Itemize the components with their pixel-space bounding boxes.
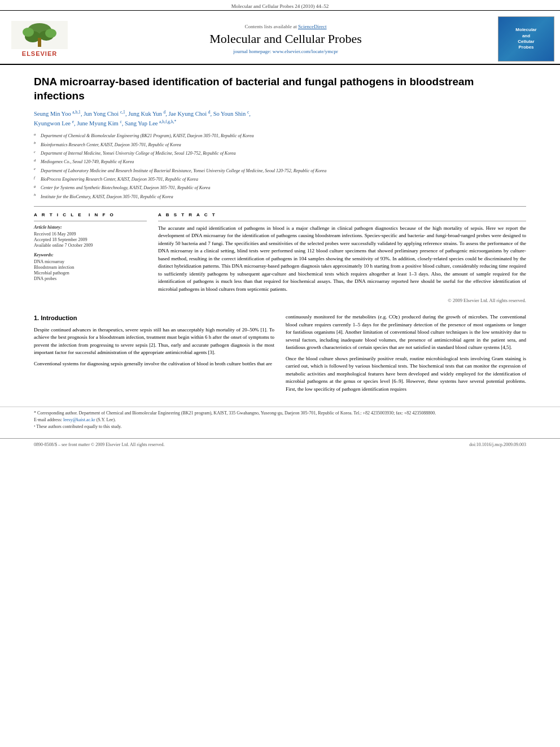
keyword-2: Bloodstream infection: [34, 265, 147, 270]
history-title: Article history:: [34, 225, 147, 230]
affil-d: d Mediogenex Co., Seoul 120-749, Republi…: [34, 158, 526, 165]
affil-e: e Department of Laboratory Medicine and …: [34, 166, 526, 174]
journal-title: Molecular and Cellular Probes: [209, 32, 361, 46]
authors-line: Seung Min Yoo a,b,1, Jun Yong Choi c,1, …: [34, 108, 526, 128]
article-info-abstract: A R T I C L E I N F O Article history: R…: [34, 212, 526, 304]
affil-b: b Bioinformatics Research Center, KAIST,…: [34, 140, 526, 148]
body-para-3: continuously monitored for the metabolit…: [286, 313, 526, 352]
available-date: Available online 7 October 2009: [34, 243, 147, 248]
article-title: DNA microarray-based identification of b…: [34, 75, 526, 103]
received-date: Received 16 May 2009: [34, 231, 147, 237]
section-1-title: 1. Introduction: [34, 313, 274, 323]
footer-issn: 0890-8508/$ – see front matter © 2009 El…: [34, 442, 165, 447]
body-column-right: continuously monitored for the metabolit…: [286, 313, 526, 396]
publisher-logo-area: ELSEVIER: [0, 14, 79, 64]
elsevier-tree-icon: [11, 21, 68, 49]
corresponding-footnote: * Corresponding author. Department of Ch…: [34, 410, 526, 416]
footer-doi: doi:10.1016/j.mcp.2009.09.003: [469, 442, 526, 447]
footnotes: * Corresponding author. Department of Ch…: [0, 407, 560, 429]
journal-title-area: Contents lists available at ScienceDirec…: [79, 14, 492, 64]
keyword-3: Microbial pathogen: [34, 270, 147, 276]
affil-a: a Department of Chemical & Biomolecular …: [34, 132, 526, 139]
affil-c: c Department of Internal Medicine, Yonse…: [34, 149, 526, 157]
article-info-column: A R T I C L E I N F O Article history: R…: [34, 212, 147, 304]
journal-header: ELSEVIER Contents lists available at Sci…: [0, 11, 560, 65]
sciencedirect-text[interactable]: ScienceDirect: [298, 24, 326, 29]
info-divider: [34, 221, 147, 221]
main-content: DNA microarray-based identification of b…: [0, 65, 560, 407]
authors-text: Seung Min Yoo a,b,1, Jun Yong Choi c,1, …: [34, 111, 251, 126]
sciencedirect-link[interactable]: Contents lists available at ScienceDirec…: [245, 24, 327, 29]
journal-ref: Molecular and Cellular Probes 24 (2010) …: [231, 3, 329, 9]
email-footnote: E-mail address: leesy@kaist.ac.kr (S.Y. …: [34, 417, 526, 422]
accepted-date: Accepted 18 September 2009: [34, 237, 147, 242]
article-info-header: A R T I C L E I N F O: [34, 212, 147, 217]
affil-f: f BioProcess Engineering Research Center…: [34, 175, 526, 183]
keywords-section: Keywords: DNA microarray Bloodstream inf…: [34, 252, 147, 281]
affiliations-block: a Department of Chemical & Biomolecular …: [34, 132, 526, 200]
footnote-1: ¹ These authors contributed equally to t…: [34, 424, 526, 429]
journal-cover-area: MolecularandCellularProbes: [492, 14, 560, 64]
journal-meta: Molecular and Cellular Probes 24 (2010) …: [0, 0, 560, 11]
body-columns: 1. Introduction Despite continued advanc…: [34, 313, 526, 396]
abstract-header: A B S T R A C T: [158, 212, 526, 217]
copyright-line: © 2009 Elsevier Ltd. All rights reserved…: [158, 298, 526, 303]
article-history: Article history: Received 16 May 2009 Ac…: [34, 225, 147, 248]
keyword-4: DNA probes: [34, 276, 147, 281]
email-link[interactable]: leesy@kaist.ac.kr: [63, 417, 95, 422]
abstract-divider: [158, 221, 526, 221]
affil-h: h Institute for the BioCentury, KAIST, D…: [34, 192, 526, 200]
page: Molecular and Cellular Probes 24 (2010) …: [0, 0, 560, 451]
journal-homepage: journal homepage: www.elsevier.com/locat…: [233, 49, 338, 54]
page-footer: 0890-8508/$ – see front matter © 2009 El…: [0, 438, 560, 451]
body-section: 1. Introduction Despite continued advanc…: [34, 313, 526, 396]
keyword-1: DNA microarray: [34, 259, 147, 264]
journal-cover-image: MolecularandCellularProbes: [498, 16, 554, 62]
body-para-2: Conventional systems for diagnosing seps…: [34, 360, 274, 368]
affil-g: g Center for Systems and Synthetic Biote…: [34, 184, 526, 191]
abstract-text: The accurate and rapid identification of…: [158, 225, 526, 294]
divider-after-affiliations: [34, 206, 526, 207]
svg-rect-4: [38, 38, 41, 47]
elsevier-label: ELSEVIER: [22, 50, 57, 57]
svg-point-5: [23, 28, 34, 37]
body-para-1: Despite continued advances in therapeuti…: [34, 326, 274, 357]
body-para-4: Once the blood culture shows preliminari…: [286, 355, 526, 394]
body-column-left: 1. Introduction Despite continued advanc…: [34, 313, 274, 396]
svg-point-6: [45, 29, 56, 38]
keywords-title: Keywords:: [34, 252, 147, 257]
abstract-column: A B S T R A C T The accurate and rapid i…: [158, 212, 526, 304]
